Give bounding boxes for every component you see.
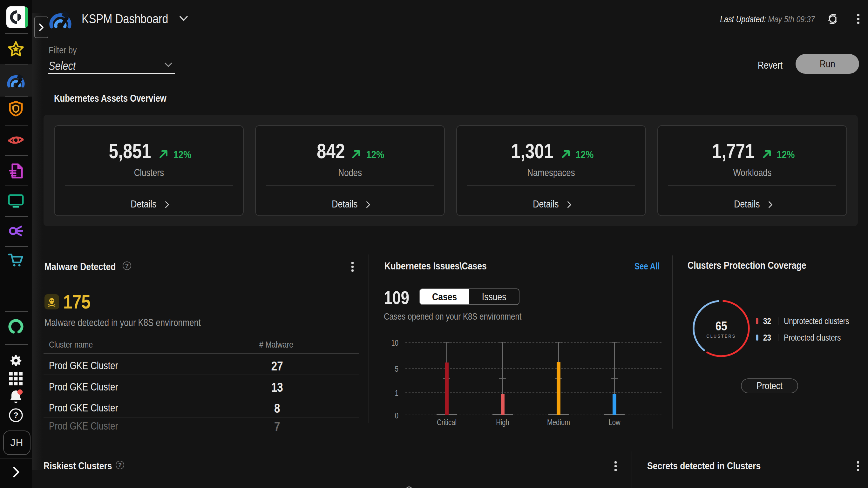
- svg-text:?: ?: [13, 410, 19, 420]
